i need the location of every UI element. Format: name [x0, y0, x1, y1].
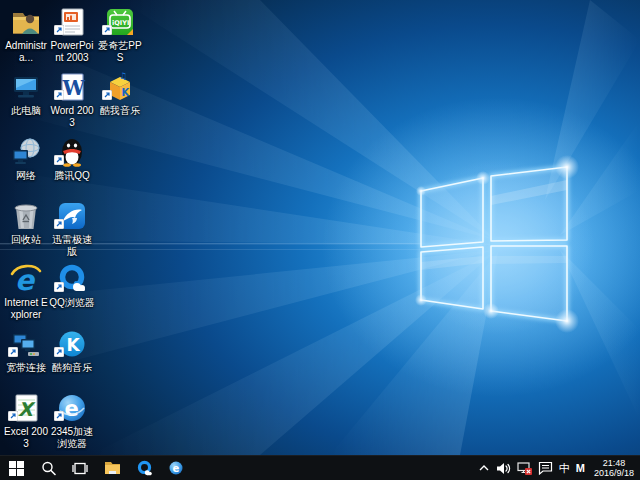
shortcut-arrow-icon: [54, 21, 64, 39]
desktop-icon-label: 宽带连接: [3, 362, 49, 374]
desktop-icon-label: PowerPoint 2003: [49, 40, 95, 64]
task-view-button[interactable]: [64, 456, 96, 480]
clock-date: 2016/9/18: [594, 468, 634, 478]
qq-browser-icon: [56, 263, 88, 295]
tray-chevron-up-button[interactable]: [478, 456, 490, 480]
wallpaper-windows-logo: [0, 0, 640, 455]
network-icon: [10, 136, 42, 168]
desktop-icon-label: QQ浏览器: [49, 297, 95, 309]
desktop-icon-excel-2003[interactable]: X Excel 2003: [3, 392, 49, 450]
tray-messages-button[interactable]: [538, 456, 553, 480]
desktop-icon-iqiyi-pps[interactable]: iQIYI 爱奇艺PPS: [97, 6, 143, 64]
shortcut-arrow-icon: [54, 407, 64, 425]
desktop-icon-internet-explorer[interactable]: e Internet Explorer: [3, 263, 49, 321]
svg-text:W: W: [62, 76, 86, 100]
desktop-icon-label: Internet Explorer: [3, 297, 49, 321]
shortcut-arrow-icon: [102, 86, 112, 104]
desktop-icon-kugou[interactable]: K 酷狗音乐: [49, 328, 95, 374]
desktop-icon-label: 酷狗音乐: [49, 362, 95, 374]
xunlei-icon: [56, 200, 88, 232]
desktop-icon-label: 爱奇艺PPS: [97, 40, 143, 64]
desktop-icon-recycle-bin[interactable]: 回收站: [3, 200, 49, 246]
desktop-icon-kuwo[interactable]: K ♫ 酷我音乐: [97, 71, 143, 117]
desktop-icon-2345-browser[interactable]: e 2345加速浏览器: [49, 392, 95, 450]
word-2003-icon: W: [56, 71, 88, 103]
desktop-icon-label: 回收站: [3, 234, 49, 246]
taskbar: e: [0, 455, 640, 480]
desktop-icon-label: 此电脑: [3, 105, 49, 117]
this-pc-icon: [10, 71, 42, 103]
desktop-icon-label: 迅雷极速版: [49, 234, 95, 258]
desktop-icon-label: Word 2003: [49, 105, 95, 129]
desktop-icon-broadband[interactable]: 宽带连接: [3, 328, 49, 374]
desktop-icon-qq-browser[interactable]: QQ浏览器: [49, 263, 95, 309]
internet-explorer-icon: e: [10, 263, 42, 295]
shortcut-arrow-icon: [8, 343, 18, 361]
excel-2003-icon: X: [10, 392, 42, 424]
desktop-icon-tencent-qq[interactable]: 腾讯QQ: [49, 136, 95, 182]
task-view-icon: [72, 462, 88, 475]
windows-10-desktop: Administra... 此电脑: [0, 0, 640, 480]
tray-network-button[interactable]: [517, 456, 532, 480]
2345-browser-icon: e: [56, 392, 88, 424]
svg-text:iQIYI: iQIYI: [112, 19, 129, 27]
2345-browser-taskbar-button[interactable]: e: [160, 456, 192, 480]
svg-text:K: K: [67, 335, 81, 355]
broadband-connection-icon: [10, 328, 42, 360]
message-bubble-icon: [538, 461, 553, 475]
search-icon: [41, 461, 56, 476]
administrator-folder-icon: [10, 6, 42, 38]
windows-logo-icon: [9, 461, 24, 476]
svg-text:K: K: [122, 87, 131, 98]
desktop-icon-xunlei[interactable]: 迅雷极速版: [49, 200, 95, 258]
qq-browser-taskbar-button[interactable]: [128, 456, 160, 480]
powerpoint-2003-icon: [56, 6, 88, 38]
svg-text:e: e: [173, 463, 180, 474]
svg-text:e: e: [65, 397, 79, 421]
shortcut-arrow-icon: [54, 343, 64, 361]
desktop-icon-label: 腾讯QQ: [49, 170, 95, 182]
desktop-icon-label: 网络: [3, 170, 49, 182]
kugou-music-icon: K: [56, 328, 88, 360]
tray-volume-button[interactable]: [496, 456, 511, 480]
volume-icon: [496, 462, 511, 475]
desktop-icon-this-pc[interactable]: 此电脑: [3, 71, 49, 117]
svg-text:♫: ♫: [119, 71, 127, 81]
chevron-up-icon: [478, 462, 490, 474]
search-button[interactable]: [32, 456, 64, 480]
start-button[interactable]: [0, 456, 32, 480]
tencent-qq-icon: [56, 136, 88, 168]
shortcut-arrow-icon: [8, 407, 18, 425]
2345-browser-icon: e: [168, 460, 184, 476]
tray-clock[interactable]: 21:48 2016/9/18: [591, 458, 637, 478]
clock-time: 21:48: [594, 458, 634, 468]
desktop-icon-label: Administra...: [3, 40, 49, 64]
tray-ime-mode-button[interactable]: 中: [559, 456, 570, 480]
shortcut-arrow-icon: [54, 215, 64, 233]
desktop-icon-label: 酷我音乐: [97, 105, 143, 117]
qq-browser-icon: [136, 460, 153, 477]
shortcut-arrow-icon: [54, 151, 64, 169]
tray-ime-keyboard-button[interactable]: M: [576, 456, 585, 480]
iqiyi-pps-icon: iQIYI: [104, 6, 136, 38]
desktop-icon-label: 2345加速浏览器: [49, 426, 95, 450]
desktop-icon-powerpoint-2003[interactable]: PowerPoint 2003: [49, 6, 95, 64]
file-explorer-button[interactable]: [96, 456, 128, 480]
desktop-icon-label: Excel 2003: [3, 426, 49, 450]
desktop-icon-word-2003[interactable]: W Word 2003: [49, 71, 95, 129]
shortcut-arrow-icon: [54, 86, 64, 104]
system-tray: 中 M 21:48 2016/9/18: [478, 456, 640, 480]
desktop-icon-administrator[interactable]: Administra...: [3, 6, 49, 64]
kuwo-music-icon: K ♫: [104, 71, 136, 103]
recycle-bin-icon: [10, 200, 42, 232]
shortcut-arrow-icon: [102, 21, 112, 39]
desktop-background[interactable]: Administra... 此电脑: [0, 0, 640, 455]
desktop-icon-network[interactable]: 网络: [3, 136, 49, 182]
shortcut-arrow-icon: [54, 278, 64, 296]
network-disconnected-icon: [517, 461, 532, 475]
file-explorer-icon: [104, 461, 121, 475]
